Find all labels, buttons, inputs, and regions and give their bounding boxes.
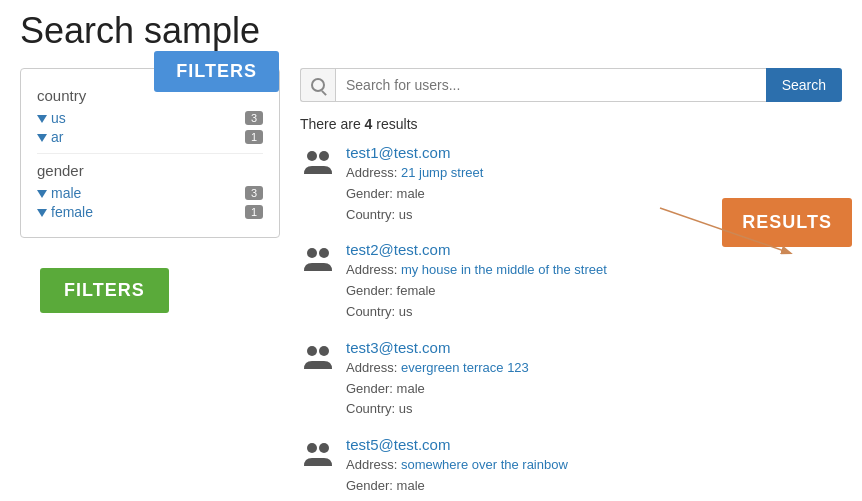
result-address-value: 21 jump street [401, 165, 483, 180]
user-avatar-icon [300, 339, 336, 375]
filters-panel: FILTERS country us 3 ar 1 gender [20, 68, 280, 313]
result-info: test5@test.com Address: somewhere over t… [346, 436, 842, 501]
results-badge: RESULTS [722, 198, 852, 247]
filter-link-ar[interactable]: ar [51, 129, 63, 145]
result-address: Address: my house in the middle of the s… [346, 260, 842, 281]
svg-point-7 [319, 443, 329, 453]
filter-item-ar-left[interactable]: ar [37, 129, 63, 145]
user-avatar-icon [300, 144, 336, 180]
filter-link-male[interactable]: male [51, 185, 81, 201]
filter-count-male: 3 [245, 186, 263, 200]
result-address-value: somewhere over the rainbow [401, 457, 568, 472]
results-summary-prefix: There are [300, 116, 365, 132]
filter-item-female-left[interactable]: female [37, 204, 93, 220]
result-item: test2@test.com Address: my house in the … [300, 241, 842, 322]
user-avatar-icon [300, 241, 336, 277]
result-address: Address: evergreen terrace 123 [346, 358, 842, 379]
search-icon-wrap [300, 68, 335, 102]
filter-item-us: us 3 [37, 110, 263, 126]
svg-point-2 [307, 248, 317, 258]
svg-point-4 [307, 346, 317, 356]
results-panel: Search There are 4 results test1@test.co… [300, 68, 842, 501]
result-address-value: my house in the middle of the street [401, 262, 607, 277]
page-title: Search sample [20, 10, 842, 52]
filter-count-us: 3 [245, 111, 263, 125]
funnel-icon-ar [37, 134, 47, 142]
results-summary: There are 4 results [300, 116, 842, 132]
filters-box: FILTERS country us 3 ar 1 gender [20, 68, 280, 238]
filters-blue-badge: FILTERS [154, 51, 279, 92]
search-bar: Search [300, 68, 842, 102]
filter-item-male: male 3 [37, 185, 263, 201]
filter-link-us[interactable]: us [51, 110, 66, 126]
search-icon [311, 78, 325, 92]
svg-point-1 [319, 151, 329, 161]
filter-link-female[interactable]: female [51, 204, 93, 220]
result-country: Country: us [346, 302, 842, 323]
results-summary-suffix: results [372, 116, 417, 132]
result-gender: Gender: female [346, 281, 842, 302]
funnel-icon-male [37, 190, 47, 198]
user-avatar-icon [300, 436, 336, 472]
result-email: test3@test.com [346, 339, 842, 356]
filter-item-ar: ar 1 [37, 129, 263, 145]
funnel-icon-female [37, 209, 47, 217]
search-button[interactable]: Search [766, 68, 842, 102]
filters-green-badge: FILTERS [40, 268, 169, 313]
svg-point-5 [319, 346, 329, 356]
filter-count-ar: 1 [245, 130, 263, 144]
svg-point-6 [307, 443, 317, 453]
svg-point-0 [307, 151, 317, 161]
result-gender: Gender: male [346, 379, 842, 400]
result-info: test3@test.com Address: evergreen terrac… [346, 339, 842, 420]
result-address-value: evergreen terrace 123 [401, 360, 529, 375]
filter-item-male-left[interactable]: male [37, 185, 81, 201]
result-email: test5@test.com [346, 436, 842, 453]
result-email: test1@test.com [346, 144, 842, 161]
result-item: test5@test.com Address: somewhere over t… [300, 436, 842, 501]
result-address: Address: 21 jump street [346, 163, 842, 184]
filter-item-female: female 1 [37, 204, 263, 220]
search-input[interactable] [335, 68, 766, 102]
result-item: test3@test.com Address: evergreen terrac… [300, 339, 842, 420]
filter-section-gender: gender [37, 162, 263, 179]
result-info: test2@test.com Address: my house in the … [346, 241, 842, 322]
result-gender: Gender: male [346, 476, 842, 497]
result-country: Country: ar [346, 497, 842, 501]
filter-divider-1 [37, 153, 263, 154]
svg-point-3 [319, 248, 329, 258]
result-address: Address: somewhere over the rainbow [346, 455, 842, 476]
filter-count-female: 1 [245, 205, 263, 219]
funnel-icon-us [37, 115, 47, 123]
filter-item-us-left[interactable]: us [37, 110, 66, 126]
result-country: Country: us [346, 399, 842, 420]
